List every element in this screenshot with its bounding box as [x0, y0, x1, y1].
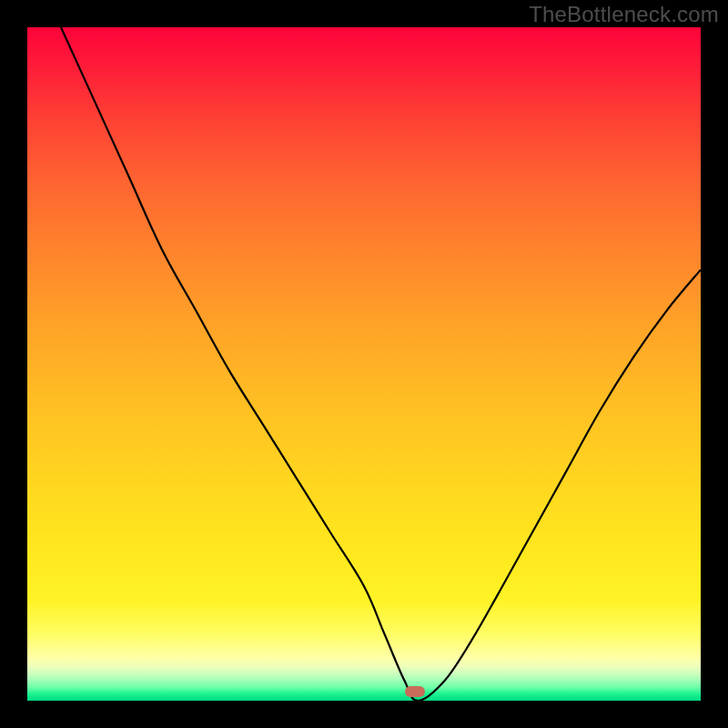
plot-area: [27, 27, 701, 701]
optimal-point-marker: [405, 686, 425, 697]
bottleneck-curve: [27, 27, 701, 701]
watermark-text: TheBottleneck.com: [529, 2, 719, 27]
chart-container: TheBottleneck.com: [0, 0, 728, 728]
